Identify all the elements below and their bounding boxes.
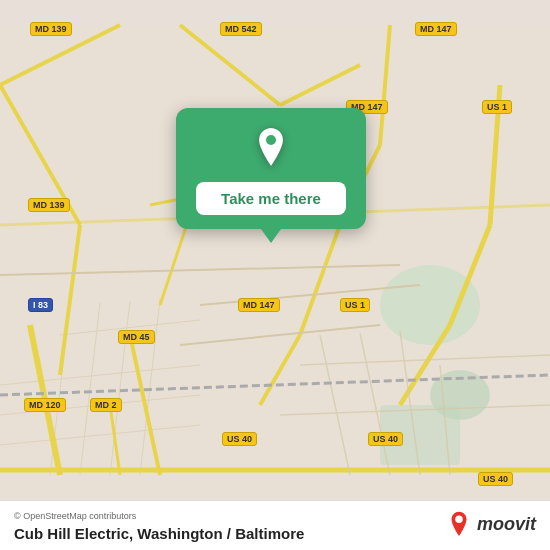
moovit-text: moovit [477,514,536,535]
road-label-md542: MD 542 [220,22,262,36]
road-label-us40-1: US 40 [222,432,257,446]
road-label-md147-3: MD 147 [238,298,280,312]
moovit-logo: moovit [445,510,536,538]
road-label-md139-1: MD 139 [30,22,72,36]
map-roads [0,0,550,550]
map-container: MD 139 MD 542 MD 147 US 1 MD 147 MD 139 … [0,0,550,550]
road-label-us40-3: US 40 [478,472,513,486]
svg-point-43 [455,516,462,523]
take-me-there-button[interactable]: Take me there [196,182,346,215]
svg-point-42 [266,135,276,145]
road-label-us1-2: US 1 [340,298,370,312]
road-label-md139-2: MD 139 [28,198,70,212]
road-label-md45: MD 45 [118,330,155,344]
road-label-i83: I 83 [28,298,53,312]
location-pin-icon [247,124,295,172]
road-label-us1-1: US 1 [482,100,512,114]
svg-point-1 [380,265,480,345]
moovit-pin-icon [445,510,473,538]
road-label-md2: MD 2 [90,398,122,412]
road-label-md120: MD 120 [24,398,66,412]
road-label-us40-2: US 40 [368,432,403,446]
road-label-md147-1: MD 147 [415,22,457,36]
popup-card: Take me there [176,108,366,229]
